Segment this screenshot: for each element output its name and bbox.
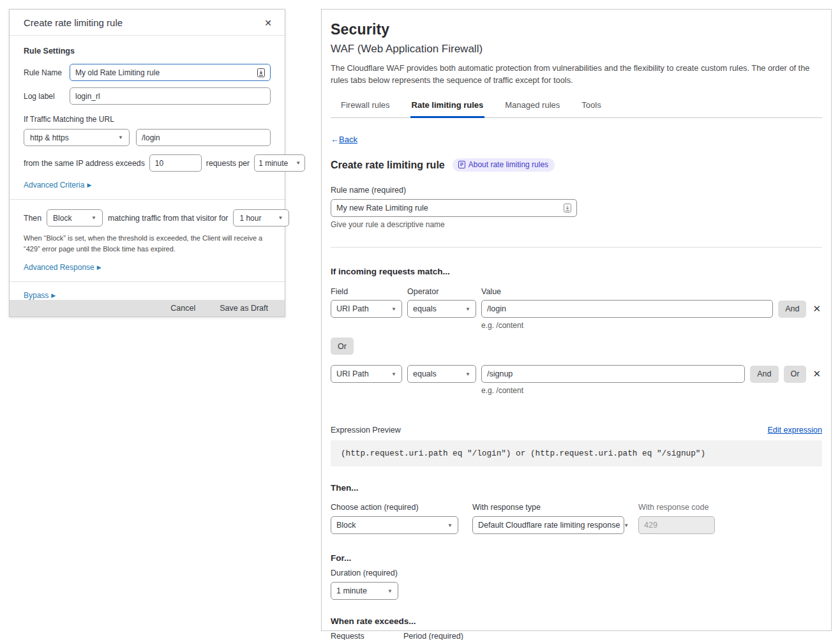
chevron-down-icon: ▼	[292, 160, 301, 166]
response-code-input	[638, 516, 715, 534]
threshold-field[interactable]	[149, 154, 202, 172]
page-description: The Cloudflare WAF provides both automat…	[331, 62, 822, 86]
chevron-down-icon: ▼	[461, 371, 470, 377]
autofill-icon[interactable]	[564, 204, 571, 212]
remove-condition-icon[interactable]: ✕	[811, 303, 822, 315]
save-as-draft-button[interactable]: Save as Draft	[220, 304, 268, 313]
chevron-down-icon: ▼	[461, 306, 470, 312]
rule-settings-heading: Rule Settings	[24, 47, 271, 56]
chevron-down-icon: ▼	[87, 215, 96, 221]
security-waf-panel: Security WAF (Web Application Firewall) …	[321, 9, 832, 631]
match-section-heading: If incoming requests match...	[331, 267, 822, 276]
divider	[10, 281, 285, 282]
page-title: Security	[331, 21, 822, 38]
chevron-down-icon: ▼	[274, 215, 283, 221]
block-duration-select[interactable]: 1 hour ▼	[233, 209, 289, 227]
duration-label: Duration (required)	[331, 569, 822, 577]
threshold-mid: requests per	[206, 159, 250, 168]
value-helper: e.g. /content	[481, 386, 822, 395]
field-select[interactable]: URI Path ▼	[331, 365, 402, 383]
operator-select[interactable]: equals ▼	[407, 365, 476, 383]
tab-tools[interactable]: Tools	[580, 96, 602, 117]
threshold-input[interactable]	[155, 159, 196, 168]
action-select[interactable]: Block ▼	[331, 516, 458, 534]
back-link[interactable]: ←Back	[331, 135, 357, 144]
rule-name-helper: Give your rule a descriptive name	[331, 220, 822, 229]
doc-icon	[458, 161, 465, 168]
operator-label: Operator	[407, 287, 476, 296]
url-field[interactable]	[136, 129, 271, 146]
threshold-prefix: from the same IP address exceeds	[24, 159, 145, 168]
value-input[interactable]	[481, 300, 773, 318]
expression-code: (http.request.uri.path eq "/login") or (…	[331, 440, 822, 466]
then-mid: matching traffic from that visitor for	[108, 214, 228, 223]
chevron-down-icon: ▼	[620, 523, 629, 528]
duration-select[interactable]: 1 minute ▼	[331, 582, 398, 600]
response-type-label: With response type	[472, 503, 624, 512]
and-button[interactable]: And	[750, 366, 778, 383]
log-label-label: Log label	[24, 92, 70, 101]
then-row: Then Block ▼ matching traffic from that …	[24, 209, 271, 227]
traffic-match-heading: If Traffic Matching the URL	[24, 115, 271, 124]
url-input[interactable]	[142, 133, 265, 142]
rule-name-label: Rule name (required)	[331, 186, 822, 195]
tab-managed-rules[interactable]: Managed rules	[504, 96, 561, 117]
autofill-icon[interactable]	[257, 68, 265, 77]
chevron-down-icon: ▼	[444, 523, 453, 528]
condition-row-2: URI Path ▼ equals ▼ And Or ✕	[331, 365, 822, 383]
create-rule-heading: Create rate limiting rule	[331, 160, 445, 171]
rule-name-field[interactable]	[70, 64, 271, 81]
chevron-down-icon: ▼	[387, 306, 396, 312]
cancel-button[interactable]: Cancel	[170, 304, 195, 313]
scheme-select[interactable]: http & https ▼	[24, 129, 130, 146]
or-button[interactable]: Or	[784, 366, 807, 383]
page-subtitle: WAF (Web Application Firewall)	[331, 43, 822, 56]
dialog-header: Create rate limiting rule ✕	[10, 10, 285, 36]
period-select[interactable]: 1 minute ▼	[254, 154, 305, 172]
caret-right-icon: ▶	[51, 292, 56, 299]
rate-section-heading: When rate exceeds...	[331, 616, 822, 626]
waf-tabs: Firewall rules Rate limiting rules Manag…	[331, 96, 822, 118]
advanced-criteria-link[interactable]: Advanced Criteria ▶	[24, 181, 91, 190]
log-label-row: Log label	[24, 87, 271, 105]
edit-expression-link[interactable]: Edit expression	[768, 426, 822, 435]
advanced-response-link[interactable]: Advanced Response ▶	[24, 263, 101, 272]
about-rate-limiting-badge[interactable]: About rate limiting rules	[453, 158, 555, 172]
tab-firewall-rules[interactable]: Firewall rules	[340, 96, 391, 117]
rule-name-input[interactable]	[336, 204, 564, 212]
tab-rate-limiting-rules[interactable]: Rate limiting rules	[410, 96, 485, 118]
expression-preview-label: Expression Preview	[331, 426, 401, 435]
url-match-row: http & https ▼	[24, 129, 271, 146]
value-helper: e.g. /content	[481, 321, 822, 330]
dialog-body: Rule Settings Rule Name Log label If Tra…	[10, 36, 285, 300]
divider	[10, 199, 285, 200]
rule-name-input[interactable]	[75, 68, 257, 77]
create-rule-heading-row: Create rate limiting rule About rate lim…	[331, 158, 822, 172]
value-label: Value	[481, 287, 501, 296]
caret-right-icon: ▶	[87, 182, 91, 188]
and-button[interactable]: And	[778, 301, 806, 318]
expression-header: Expression Preview Edit expression	[331, 426, 822, 435]
bypass-link[interactable]: Bypass ▶	[24, 291, 56, 300]
remove-condition-icon[interactable]: ✕	[811, 368, 822, 380]
close-icon[interactable]: ✕	[264, 18, 272, 28]
requests-label: Requests (required)	[331, 632, 394, 640]
action-select[interactable]: Block ▼	[47, 209, 103, 227]
for-section-heading: For...	[331, 553, 822, 563]
rule-name-label: Rule Name	[24, 68, 70, 77]
log-label-field[interactable]	[70, 87, 271, 105]
chevron-down-icon: ▼	[114, 135, 123, 140]
period-label: Period (required)	[403, 632, 463, 640]
divider	[331, 247, 822, 248]
dialog-title: Create rate limiting rule	[24, 17, 123, 28]
operator-select[interactable]: equals ▼	[407, 300, 476, 318]
value-input[interactable]	[481, 365, 745, 383]
log-label-input[interactable]	[75, 92, 265, 101]
or-button[interactable]: Or	[331, 338, 354, 355]
field-select[interactable]: URI Path ▼	[331, 300, 402, 318]
rule-name-field[interactable]	[331, 199, 577, 217]
response-type-select[interactable]: Default Cloudflare rate limiting respons…	[472, 516, 624, 534]
create-rate-limit-dialog: Create rate limiting rule ✕ Rule Setting…	[9, 9, 285, 317]
rule-name-row: Rule Name	[24, 64, 271, 81]
chevron-down-icon: ▼	[384, 588, 393, 594]
